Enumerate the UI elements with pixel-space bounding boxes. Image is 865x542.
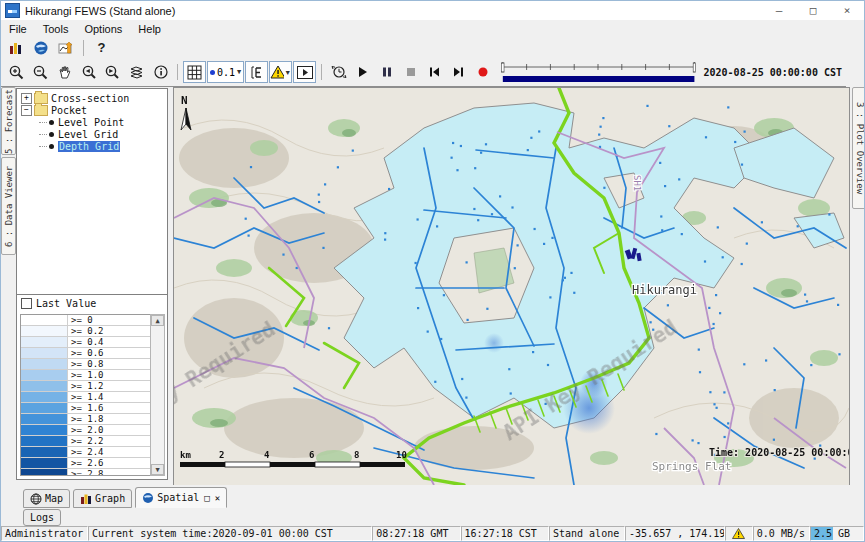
tab-graph[interactable]: Graph xyxy=(73,489,132,508)
tree-item-depth-grid[interactable]: Depth Grid xyxy=(17,140,167,152)
logs-button[interactable]: Logs xyxy=(23,509,61,526)
main-toolbar: ? xyxy=(1,37,864,58)
minimize-button[interactable]: – xyxy=(762,1,796,20)
close-button[interactable]: × xyxy=(830,1,864,20)
play-button[interactable] xyxy=(351,61,374,83)
legend-row[interactable]: >= 0.4 xyxy=(21,337,150,348)
info-button[interactable] xyxy=(149,61,172,83)
tree-label-selected[interactable]: Depth Grid xyxy=(58,141,120,152)
legend-row[interactable]: >= 2.6 xyxy=(21,458,150,469)
bullet-icon xyxy=(49,132,54,137)
timeline-slider[interactable] xyxy=(501,60,696,84)
legend-row[interactable]: >= 2.0 xyxy=(21,425,150,436)
left-dock-strip: 5 : Forecast 6 : Data Viewer xyxy=(1,87,14,485)
menu-help[interactable]: Help xyxy=(130,22,169,36)
title-bar[interactable]: Hikurangi FEWS (Stand alone) – □ × xyxy=(1,1,864,20)
thresholds-warning-dropdown[interactable]: ▼ xyxy=(269,61,292,83)
legend-scrollbar[interactable]: ▲ ▼ xyxy=(150,314,165,476)
record-button[interactable] xyxy=(471,61,494,83)
legend-row[interactable]: >= 0.2 xyxy=(21,326,150,337)
pause-button[interactable] xyxy=(375,61,398,83)
globe-icon xyxy=(33,40,49,56)
layers-icon xyxy=(128,65,145,80)
warning-icon xyxy=(270,65,284,79)
tab-map[interactable]: Map xyxy=(23,489,70,508)
legend-swatch xyxy=(21,315,68,325)
legend-row[interactable]: >= 0 xyxy=(21,315,150,326)
tab-graph-label: Graph xyxy=(95,493,125,504)
scale-tick: 4 xyxy=(264,450,270,460)
tab-spatial-active[interactable]: Spatial □ ✕ xyxy=(135,487,227,508)
movie-player-button[interactable] xyxy=(293,61,316,83)
profile-display-button[interactable] xyxy=(245,61,268,83)
legend-row[interactable]: >= 2.8 xyxy=(21,469,150,476)
collapse-icon[interactable]: − xyxy=(21,105,32,116)
scroll-down-icon[interactable]: ▼ xyxy=(151,464,164,475)
status-warning-cell[interactable] xyxy=(725,526,753,541)
record-icon xyxy=(477,66,489,78)
timeseries-display-button[interactable] xyxy=(54,37,77,59)
last-value-label: Last Value xyxy=(36,298,96,309)
zoom-next-icon xyxy=(104,64,121,81)
scale-tick: 6 xyxy=(309,450,314,460)
legend-row[interactable]: >= 0.8 xyxy=(21,359,150,370)
menu-tools[interactable]: Tools xyxy=(35,22,77,36)
legend-row[interactable]: >= 1.8 xyxy=(21,414,150,425)
legend-label: >= 2.2 xyxy=(68,436,104,446)
stop-button[interactable] xyxy=(399,61,422,83)
spatial-display-button[interactable] xyxy=(29,37,52,59)
scroll-up-icon[interactable]: ▲ xyxy=(151,315,164,326)
legend-row[interactable]: >= 1.4 xyxy=(21,392,150,403)
warning-icon xyxy=(732,528,745,539)
timeseries-icon xyxy=(58,40,74,56)
threshold-combo[interactable]: 0.1 ▼ xyxy=(207,61,244,83)
spatial-globe-icon xyxy=(142,492,154,504)
expand-icon[interactable]: + xyxy=(21,93,32,104)
legend-row[interactable]: >= 2.4 xyxy=(21,447,150,458)
zoom-in-button[interactable] xyxy=(5,61,28,83)
tree-label[interactable]: Level Grid xyxy=(58,129,118,140)
maximize-button[interactable]: □ xyxy=(796,1,830,20)
legend-swatch xyxy=(21,337,68,347)
legend-row[interactable]: >= 0.6 xyxy=(21,348,150,359)
tree-item-level-point[interactable]: Level Point xyxy=(17,116,167,128)
tab-close-icon[interactable]: ✕ xyxy=(215,493,220,503)
tree-label[interactable]: Cross-section xyxy=(51,93,129,104)
menu-options[interactable]: Options xyxy=(76,22,130,36)
database-display-button[interactable] xyxy=(4,37,27,59)
tree-label[interactable]: Level Point xyxy=(58,117,124,128)
tab-plot-overview[interactable]: 3 : Plot Overview xyxy=(852,87,865,209)
legend-row[interactable]: >= 2.2 xyxy=(21,436,150,447)
grid-display-toggle[interactable] xyxy=(183,61,206,83)
go-to-start-button[interactable] xyxy=(423,61,446,83)
zoom-previous-button[interactable] xyxy=(77,61,100,83)
zoom-next-button[interactable] xyxy=(101,61,124,83)
map-canvas[interactable]: API Key Required API Key Required SH1 Hi… xyxy=(174,88,849,485)
menu-file[interactable]: File xyxy=(1,22,35,36)
legend-row[interactable]: >= 1.0 xyxy=(21,370,150,381)
tab-maximize-icon[interactable]: □ xyxy=(204,493,209,503)
bullet-icon xyxy=(49,120,54,125)
animation-settings-button[interactable] xyxy=(327,61,350,83)
map-view[interactable]: API Key Required API Key Required SH1 Hi… xyxy=(173,87,850,486)
last-value-option[interactable]: Last Value xyxy=(17,295,167,312)
tree-item-level-grid[interactable]: Level Grid xyxy=(17,128,167,140)
go-to-end-button[interactable] xyxy=(447,61,470,83)
help-button[interactable]: ? xyxy=(90,37,113,59)
legend-swatch xyxy=(21,326,68,336)
last-value-checkbox[interactable] xyxy=(21,298,32,309)
status-user: Administrator xyxy=(1,526,88,541)
legend-row[interactable]: >= 1.2 xyxy=(21,381,150,392)
legend-row[interactable]: >= 1.6 xyxy=(21,403,150,414)
status-memory[interactable]: 2.5 GB xyxy=(810,526,864,541)
tree-item-pocket[interactable]: − Pocket xyxy=(17,104,167,116)
pan-button[interactable] xyxy=(53,61,76,83)
zoom-out-button[interactable] xyxy=(29,61,52,83)
layers-button[interactable] xyxy=(125,61,148,83)
legend-panel: Last Value >= 0>= 0.2>= 0.4>= 0.6>= 0.8>… xyxy=(16,294,168,480)
zoom-previous-icon xyxy=(80,64,97,81)
legend-label: >= 1.8 xyxy=(68,414,104,424)
tree-label[interactable]: Pocket xyxy=(51,105,87,116)
main-area: 5 : Forecast 6 : Data Viewer 3 : Plot Ov… xyxy=(1,87,865,485)
legend-label: >= 1.0 xyxy=(68,370,104,380)
